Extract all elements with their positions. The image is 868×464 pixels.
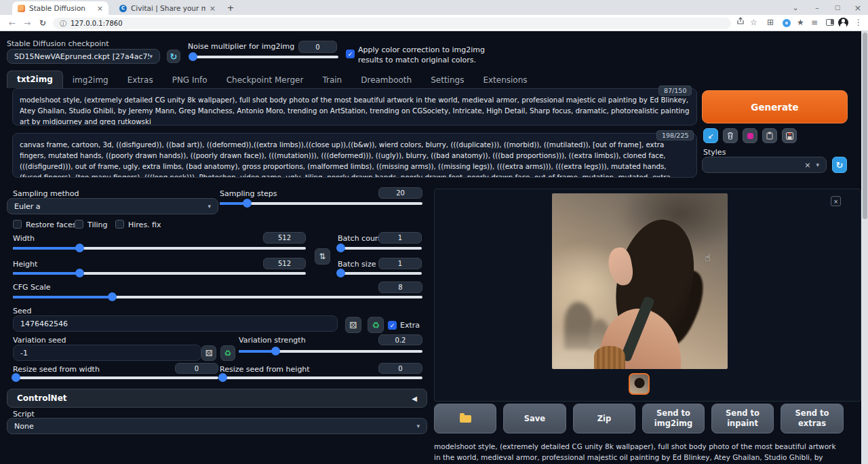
- refresh-icon: ↻: [170, 52, 178, 62]
- generated-image[interactable]: [552, 193, 728, 369]
- tab-checkpoint-merger[interactable]: Checkpoint Merger: [217, 72, 313, 88]
- variation-strength-slider[interactable]: [239, 350, 422, 353]
- clear-prompt-button[interactable]: [723, 128, 738, 143]
- sampling-method-dropdown[interactable]: Euler a ▾: [7, 198, 218, 214]
- reuse-variation-seed-button[interactable]: ♻: [220, 345, 235, 361]
- random-seed-button[interactable]: ⚄: [345, 317, 361, 333]
- gallery-thumbnail-selected[interactable]: [629, 373, 650, 395]
- tab-png-info[interactable]: PNG Info: [163, 72, 217, 88]
- resize-seed-height-value[interactable]: 0: [378, 363, 422, 374]
- forward-icon[interactable]: →: [22, 18, 33, 28]
- extra-seed-checkbox[interactable]: ✓: [388, 321, 397, 330]
- cfg-scale-slider[interactable]: [13, 296, 422, 298]
- sampling-steps-slider[interactable]: [220, 202, 422, 205]
- cfg-scale-value[interactable]: 8: [378, 282, 422, 293]
- window-close-button[interactable]: ×: [848, 0, 868, 15]
- reading-list-icon[interactable]: ≡: [811, 18, 818, 27]
- sampling-steps-value[interactable]: 20: [378, 187, 422, 199]
- tiling-label: Tiling: [87, 220, 108, 229]
- tiling-checkbox[interactable]: [75, 220, 83, 229]
- paste-params-button[interactable]: ↙: [703, 128, 718, 143]
- site-info-icon[interactable]: ⓘ: [60, 19, 66, 28]
- batch-size-value[interactable]: 1: [378, 258, 422, 269]
- zip-button[interactable]: Zip: [573, 404, 635, 433]
- url-bar[interactable]: ⓘ 127.0.0.1:7860: [53, 18, 731, 29]
- send-to-extras-button[interactable]: Send to extras: [781, 404, 844, 433]
- window-menu-icon[interactable]: ⌄: [785, 0, 806, 15]
- resize-seed-width-slider[interactable]: [13, 376, 218, 379]
- close-gallery-button[interactable]: ×: [831, 196, 841, 206]
- generate-button[interactable]: Generate: [702, 90, 848, 123]
- save-button[interactable]: Save: [503, 404, 566, 433]
- script-dropdown[interactable]: None ▾: [7, 418, 427, 434]
- random-variation-seed-button[interactable]: ⚄: [201, 345, 216, 361]
- chevron-down-icon: ▾: [149, 53, 153, 60]
- variation-strength-value[interactable]: 0.2: [378, 334, 422, 345]
- resize-seed-height-slider[interactable]: [220, 376, 422, 379]
- height-slider[interactable]: [13, 272, 306, 275]
- tab-dreambooth[interactable]: Dreambooth: [351, 72, 421, 88]
- variation-seed-input[interactable]: [13, 345, 201, 361]
- apply-style-button[interactable]: [762, 128, 777, 143]
- bookmark-star-icon[interactable]: ☆: [750, 18, 757, 27]
- extension-blue-icon[interactable]: [783, 19, 791, 27]
- reuse-seed-button[interactable]: ♻: [368, 317, 384, 333]
- noise-multiplier-slider[interactable]: [191, 56, 338, 58]
- profile-avatar[interactable]: [838, 18, 848, 28]
- batch-size-slider[interactable]: [338, 272, 422, 275]
- refresh-checkpoint-button[interactable]: ↻: [167, 50, 180, 63]
- width-slider[interactable]: [13, 247, 306, 250]
- tab-train[interactable]: Train: [313, 72, 351, 88]
- paste-arrow-icon: ↙: [707, 132, 713, 140]
- new-tab-button[interactable]: +: [225, 3, 236, 14]
- browser-tab-stable-diffusion[interactable]: Stable Diffusion ×: [12, 1, 108, 15]
- browser-tab-civitai[interactable]: C Civitai | Share your models ×: [114, 1, 221, 15]
- clear-styles-icon[interactable]: ×: [804, 161, 810, 170]
- scrollbar-thumb[interactable]: [863, 33, 867, 219]
- extension-grid-icon[interactable]: ⊞: [767, 18, 774, 27]
- stable-diffusion-favicon: [18, 5, 25, 12]
- tab-settings[interactable]: Settings: [421, 72, 473, 88]
- tab-txt2img[interactable]: txt2img: [7, 71, 63, 88]
- window-maximize-button[interactable]: ▢: [827, 0, 848, 15]
- width-value[interactable]: 512: [263, 232, 306, 244]
- height-label: Height: [13, 260, 37, 269]
- kebab-menu-icon[interactable]: ⋮: [854, 18, 863, 27]
- tab-extensions[interactable]: Extensions: [473, 72, 536, 88]
- send-to-img2img-button[interactable]: Send to img2img: [642, 404, 705, 433]
- send-to-inpaint-button[interactable]: Send to inpaint: [711, 404, 774, 433]
- color-correction-label: Apply color correction to img2img result…: [358, 45, 491, 66]
- height-value[interactable]: 512: [263, 258, 306, 269]
- checkpoint-dropdown[interactable]: SD15NewVAEpruned.ckpt [27a4ac756c] ▾: [7, 49, 160, 64]
- save-style-button[interactable]: [782, 128, 797, 143]
- webui-page: Stable Diffusion checkpoint SD15NewVAEpr…: [0, 31, 868, 464]
- noise-multiplier-value[interactable]: 0: [298, 41, 337, 53]
- side-panel-icon[interactable]: [826, 19, 834, 26]
- batch-size-label: Batch size: [338, 260, 376, 269]
- styles-dropdown[interactable]: × ▾: [702, 157, 827, 173]
- refresh-styles-button[interactable]: ↻: [832, 157, 847, 173]
- negative-prompt-input[interactable]: canvas frame, cartoon, 3d, ((disfigured)…: [12, 133, 697, 178]
- hires-fix-checkbox[interactable]: [115, 220, 124, 229]
- batch-count-slider[interactable]: [338, 247, 422, 250]
- share-icon[interactable]: [736, 17, 745, 25]
- prompt-input[interactable]: modelshoot style, (extremely detailed CG…: [12, 88, 697, 125]
- extra-networks-button[interactable]: [743, 128, 757, 143]
- tab-img2img[interactable]: img2img: [63, 72, 118, 88]
- seed-input[interactable]: [13, 315, 338, 332]
- page-scrollbar[interactable]: [861, 31, 868, 464]
- batch-count-value[interactable]: 1: [378, 232, 422, 244]
- tab-close-icon[interactable]: ×: [97, 4, 103, 13]
- restore-faces-checkbox[interactable]: [13, 220, 22, 229]
- color-correction-checkbox[interactable]: ✓: [346, 50, 355, 58]
- open-folder-button[interactable]: [434, 404, 496, 433]
- tab-close-icon[interactable]: ×: [210, 4, 216, 13]
- window-minimize-button[interactable]: –: [807, 0, 827, 15]
- reload-icon[interactable]: ↻: [37, 18, 48, 28]
- resize-seed-width-value[interactable]: 0: [175, 363, 218, 374]
- extension-star-icon[interactable]: ★: [797, 18, 804, 27]
- tab-extras[interactable]: Extras: [118, 72, 163, 88]
- controlnet-accordion[interactable]: ControlNet ◀: [7, 389, 427, 408]
- swap-dimensions-button[interactable]: ⇅: [315, 248, 330, 265]
- back-icon[interactable]: ←: [7, 18, 18, 28]
